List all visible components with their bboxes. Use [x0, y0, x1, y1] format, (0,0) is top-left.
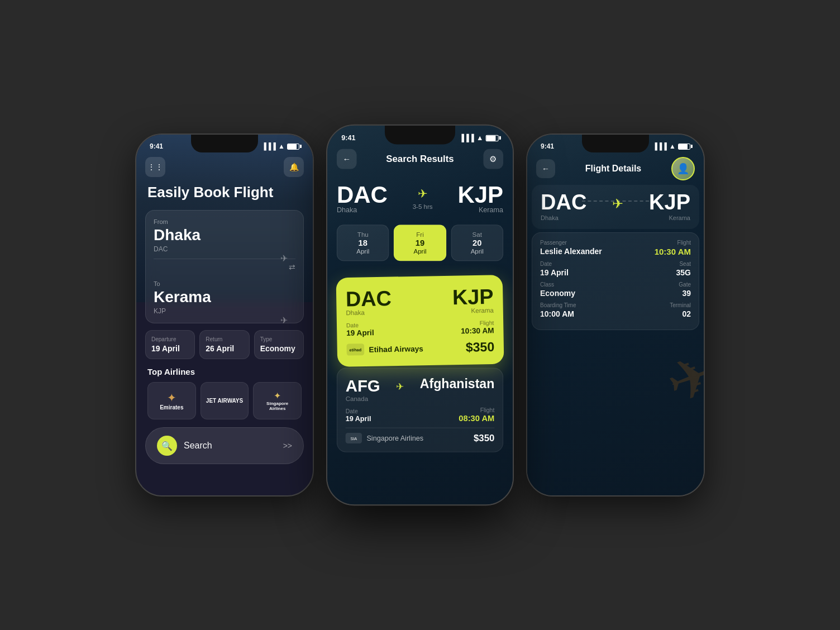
wifi-icon-3: ▲: [669, 142, 676, 150]
time-3: 9:41: [541, 142, 554, 150]
boarding-value: 10:00 AM: [540, 309, 615, 318]
type-label: Type: [260, 336, 298, 342]
terminal-item: Terminal 02: [615, 302, 691, 318]
passenger-name: Leslie Alexander: [540, 247, 615, 256]
time-2: 9:41: [341, 134, 355, 142]
return-card[interactable]: Return 26 April: [199, 330, 249, 359]
fc1-flight-label: Flight: [461, 319, 494, 327]
from-section: From Dhaka DAC ✈: [154, 218, 295, 259]
search-arrows: >>: [283, 441, 292, 450]
thu-month: April: [341, 247, 385, 255]
fc1-date-label: Date: [346, 322, 374, 328]
from-code: DAC: [154, 245, 295, 253]
detail-info-card: Passenger Leslie Alexander Flight 10:30 …: [532, 232, 699, 330]
fc2-to: Afghanistan: [420, 376, 494, 392]
notification-button[interactable]: 🔔: [284, 157, 304, 177]
class-gate-row: Class Economy Gate 39: [540, 281, 691, 298]
terminal-label: Terminal: [615, 302, 691, 308]
settings-button[interactable]: ⚙: [483, 149, 503, 169]
flight-details-title: Flight Details: [585, 164, 641, 174]
to-section: To Kerama KJP ✈: [154, 275, 295, 315]
menu-button[interactable]: ⋮⋮: [145, 157, 165, 177]
type-card[interactable]: Type Economy: [254, 330, 304, 359]
class-item: Class Economy: [540, 281, 615, 298]
from-city: Dhaka: [154, 226, 295, 244]
boarding-terminal-row: Boarding Time 10:00 AM Terminal 02: [540, 302, 691, 318]
route-plane-icon: ✈: [418, 187, 428, 201]
singapore-name-2: Singapore Airlines: [366, 434, 423, 442]
fdb-from: DAC: [541, 190, 586, 214]
phone2-search-results: 9:41 ▐▐▐ ▲ ← Search Results ⚙ DAC Dhaka …: [326, 125, 514, 506]
phone1-title: Easily Book Flight: [145, 184, 304, 201]
singapore-airlines-card[interactable]: ✦ Singapore Airlines: [253, 382, 302, 419]
signal-icon-1: ▐▐▐: [262, 142, 276, 150]
date-tab-fri[interactable]: Fri 19 April: [394, 225, 446, 261]
singapore-icon: ✦: [258, 390, 297, 401]
thu-day: Thu: [341, 231, 385, 238]
search-results-title: Search Results: [386, 154, 454, 164]
time-1: 9:41: [150, 142, 163, 150]
to-city: Kerama: [154, 288, 295, 306]
fdb-from-city: Dhaka: [541, 214, 586, 221]
back-button-2[interactable]: ←: [337, 149, 357, 169]
fc2-plane-icon: ✈: [396, 381, 404, 393]
fri-num: 19: [398, 238, 442, 247]
fc1-date: 19 April: [346, 328, 374, 337]
status-bar-2: 9:41 ▐▐▐ ▲: [327, 126, 513, 145]
airlines-title: Top Airlines: [147, 367, 302, 376]
phone3-header: ← Flight Details 👤: [527, 152, 704, 185]
phone1-booking: 9:41 ▐▐▐ ▲ ⋮⋮ 🔔 Easily Book Flight From …: [135, 133, 314, 497]
type-value: Economy: [260, 344, 298, 353]
passenger-label: Passenger: [540, 240, 615, 246]
class-value: Economy: [540, 289, 615, 298]
fc2-from: AFG: [346, 376, 380, 395]
route-banner: DAC Dhaka ✈ 3-5 hrs KJP Kerama: [327, 176, 513, 220]
fri-day: Fri: [398, 231, 442, 238]
fc1-from: DAC: [346, 286, 392, 312]
fc2-from-city: Canada: [346, 395, 380, 403]
date-tab-thu[interactable]: Thu 18 April: [337, 225, 389, 261]
fc1-to: KJP: [452, 284, 494, 309]
airlines-grid: ✦ Emirates JET AIRWAYS ✦ Singapore Airli…: [147, 382, 302, 419]
phone1-header: ⋮⋮ 🔔: [145, 152, 304, 184]
passenger-item: Passenger Leslie Alexander: [540, 240, 615, 256]
signal-icon-3: ▐▐▐: [653, 142, 667, 150]
back-button-3[interactable]: ←: [536, 159, 555, 178]
fdb-to: KJP: [649, 190, 690, 214]
fc2-flight: 08:30 AM: [459, 413, 494, 423]
boarding-item: Boarding Time 10:00 AM: [540, 302, 615, 318]
thu-num: 18: [341, 238, 385, 247]
flight-time-item: Flight 10:30 AM: [615, 240, 691, 256]
jet-airways-card[interactable]: JET AIRWAYS: [201, 382, 249, 419]
date-tab-sat[interactable]: Sat 20 April: [451, 225, 503, 261]
to-code: KJP: [154, 307, 295, 315]
fc2-flight-label: Flight: [459, 407, 494, 414]
wifi-icon-1: ▲: [278, 142, 285, 150]
date-seat-row: Date 19 April Seat 35G: [540, 261, 691, 277]
gate-label: Gate: [615, 281, 691, 288]
search-button[interactable]: 🔍 Search >>: [145, 427, 304, 464]
singapore-logo-2: SIA: [346, 433, 362, 443]
from-label: From: [154, 218, 295, 225]
search-icon: 🔍: [157, 436, 177, 456]
etihad-logo: etihad: [346, 343, 364, 356]
emirates-card[interactable]: ✦ Emirates: [147, 382, 196, 419]
departure-label: Departure: [151, 336, 189, 342]
plane-land-icon: ✈: [280, 253, 288, 264]
swap-icon[interactable]: ⇄: [154, 259, 295, 275]
battery-2: [486, 135, 499, 141]
battery-1: [287, 144, 299, 150]
route-time: 3-5 hrs: [413, 203, 433, 210]
fri-month: April: [398, 247, 442, 255]
flight-card-etihad[interactable]: DAC Dhaka KJP Kerama Date 19 April Fligh…: [336, 275, 504, 367]
status-bar-1: 9:41 ▐▐▐ ▲: [136, 135, 313, 152]
singapore-name: Singapore Airlines: [258, 401, 297, 411]
date-label: Date: [540, 261, 615, 267]
gate-value: 39: [615, 289, 691, 298]
departure-card[interactable]: Departure 19 April: [145, 330, 195, 359]
passenger-flight-row: Passenger Leslie Alexander Flight 10:30 …: [540, 240, 691, 256]
terminal-value: 02: [615, 309, 691, 318]
fdb-to-city: Kerama: [649, 214, 690, 221]
fc1-flight: 10:30 AM: [461, 326, 494, 336]
flight-card-singapore[interactable]: AFG Canada ✈ Afghanistan Date 19 April F…: [337, 368, 503, 452]
